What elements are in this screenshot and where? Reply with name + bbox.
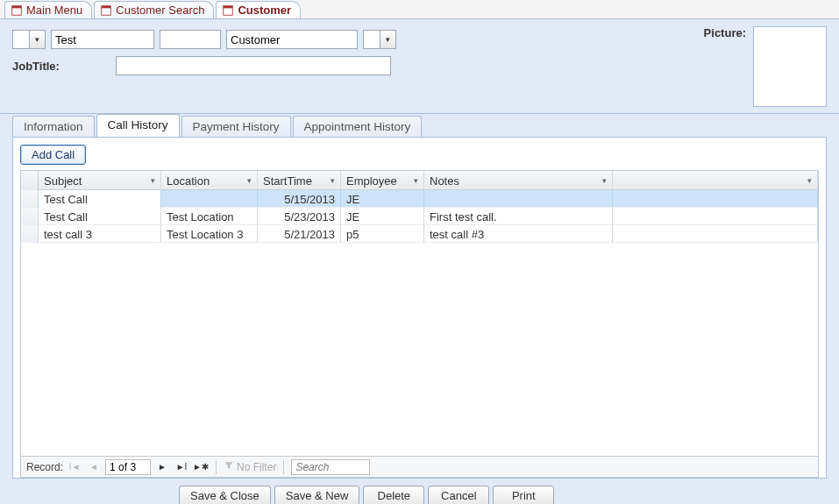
col-header-starttime[interactable]: StartTime▾ xyxy=(258,171,341,190)
cell-employee[interactable]: JE xyxy=(341,208,424,225)
nav-next-icon[interactable]: ► xyxy=(154,459,170,475)
customer-header: JobTitle: Picture: xyxy=(0,19,839,114)
app-tab-bar: Main Menu Customer Search Customer xyxy=(0,0,839,19)
col-header-location[interactable]: Location▾ xyxy=(161,171,258,190)
picture-frame[interactable] xyxy=(753,26,827,107)
app-tab-main-menu[interactable]: Main Menu xyxy=(4,1,92,18)
table-row[interactable]: Test Call 5/15/2013 JE xyxy=(21,190,818,208)
grid-body[interactable]: Test Call 5/15/2013 JE Test Call Test Lo… xyxy=(21,190,818,456)
cell-location[interactable] xyxy=(161,190,258,208)
svg-rect-3 xyxy=(102,5,111,8)
cell-extra[interactable] xyxy=(613,208,818,225)
col-label: Subject xyxy=(44,174,82,188)
tab-label: Call History xyxy=(108,118,168,131)
row-selector[interactable] xyxy=(21,190,39,208)
chevron-down-icon: ▾ xyxy=(151,176,155,185)
no-filter-label: No Filter xyxy=(237,461,276,473)
cell-notes[interactable]: test call #3 xyxy=(424,225,613,243)
cancel-button[interactable]: Cancel xyxy=(428,486,489,504)
tab-payment-history[interactable]: Payment History xyxy=(181,116,291,137)
cell-location[interactable]: Test Location xyxy=(161,208,258,225)
row-selector[interactable] xyxy=(21,208,39,225)
suffix-dropdown[interactable] xyxy=(363,30,396,49)
col-header-employee[interactable]: Employee▾ xyxy=(341,171,424,190)
save-new-button[interactable]: Save & New xyxy=(274,486,360,504)
col-label: Location xyxy=(167,174,210,188)
save-close-button[interactable]: Save & Close xyxy=(179,486,271,504)
last-name-input[interactable] xyxy=(226,30,358,49)
button-label: Delete xyxy=(378,489,411,502)
separator xyxy=(283,460,284,474)
tab-label: Information xyxy=(24,120,83,133)
col-label: StartTime xyxy=(263,174,312,188)
tab-label: Appointment History xyxy=(304,120,411,133)
nav-prev-icon[interactable]: ◄ xyxy=(86,459,102,475)
record-navigator: Record: I◄ ◄ ► ►I ►✱ No Filter xyxy=(21,456,818,477)
cell-start[interactable]: 5/23/2013 xyxy=(258,208,341,225)
prefix-dropdown[interactable] xyxy=(12,30,46,49)
cell-start[interactable]: 5/15/2013 xyxy=(258,190,341,208)
select-all-box[interactable] xyxy=(21,171,39,190)
form-icon xyxy=(100,4,112,17)
cell-subject[interactable]: Test Call xyxy=(39,208,161,225)
cell-subject[interactable]: Test Call xyxy=(39,190,161,208)
col-header-extra[interactable]: ▾ xyxy=(613,171,818,190)
middle-name-input[interactable] xyxy=(160,30,221,49)
print-button[interactable]: Print xyxy=(493,486,554,504)
add-call-button[interactable]: Add Call xyxy=(20,145,86,165)
cell-start[interactable]: 5/21/2013 xyxy=(258,225,341,243)
record-position-input[interactable] xyxy=(105,459,151,475)
separator xyxy=(216,460,217,474)
cell-subject[interactable]: test call 3 xyxy=(39,225,161,243)
jobtitle-input[interactable] xyxy=(116,56,391,75)
cell-extra[interactable] xyxy=(613,225,818,243)
record-label: Record: xyxy=(26,461,63,473)
form-icon xyxy=(11,4,23,17)
tab-label: Payment History xyxy=(193,120,280,133)
grid-header: Subject▾ Location▾ StartTime▾ Employee▾ … xyxy=(21,171,818,190)
first-name-input[interactable] xyxy=(51,30,154,49)
table-row[interactable]: Test Call Test Location 5/23/2013 JE Fir… xyxy=(21,208,818,225)
col-header-subject[interactable]: Subject▾ xyxy=(39,171,161,190)
button-label: Save & Close xyxy=(190,489,260,502)
button-label: Print xyxy=(512,489,536,502)
tab-appointment-history[interactable]: Appointment History xyxy=(293,116,423,137)
app-tab-customer-search[interactable]: Customer Search xyxy=(94,1,214,18)
cell-notes[interactable]: First test call. xyxy=(424,208,613,225)
app-tab-label: Customer xyxy=(238,4,291,17)
cell-notes[interactable] xyxy=(424,190,613,208)
nav-first-icon[interactable]: I◄ xyxy=(67,459,82,475)
chevron-down-icon: ▾ xyxy=(247,176,252,185)
tab-information[interactable]: Information xyxy=(12,116,95,137)
table-row[interactable]: test call 3 Test Location 3 5/21/2013 p5… xyxy=(21,225,818,243)
footer-button-bar: Save & Close Save & New Delete Cancel Pr… xyxy=(12,479,827,504)
page-tab-bar: Information Call History Payment History… xyxy=(12,114,827,137)
chevron-down-icon: ▾ xyxy=(807,176,812,185)
no-filter-indicator[interactable]: No Filter xyxy=(224,460,276,473)
svg-rect-1 xyxy=(12,5,22,8)
cell-location[interactable]: Test Location 3 xyxy=(161,225,258,243)
col-header-notes[interactable]: Notes▾ xyxy=(424,171,613,190)
tab-call-history[interactable]: Call History xyxy=(96,114,180,137)
svg-rect-5 xyxy=(224,5,233,8)
chevron-down-icon xyxy=(29,31,45,48)
row-selector[interactable] xyxy=(21,225,39,243)
button-label: Cancel xyxy=(441,489,476,502)
nav-last-icon[interactable]: ►I xyxy=(174,459,189,475)
cell-employee[interactable]: JE xyxy=(341,190,424,208)
picture-label: Picture: xyxy=(704,26,746,39)
record-search-input[interactable] xyxy=(291,459,370,475)
app-tab-label: Main Menu xyxy=(26,4,82,17)
call-history-panel: Add Call Subject▾ Location▾ StartTime▾ E… xyxy=(12,137,827,479)
button-label: Add Call xyxy=(32,148,75,161)
jobtitle-label: JobTitle: xyxy=(12,60,60,73)
cell-employee[interactable]: p5 xyxy=(341,225,424,243)
col-label: Notes xyxy=(430,174,459,188)
delete-button[interactable]: Delete xyxy=(363,486,424,504)
app-tab-customer[interactable]: Customer xyxy=(216,1,301,18)
form-icon xyxy=(222,4,234,17)
chevron-down-icon: ▾ xyxy=(331,176,335,185)
cell-extra[interactable] xyxy=(613,190,818,208)
app-tab-label: Customer Search xyxy=(116,4,204,17)
nav-new-icon[interactable]: ►✱ xyxy=(193,459,209,475)
